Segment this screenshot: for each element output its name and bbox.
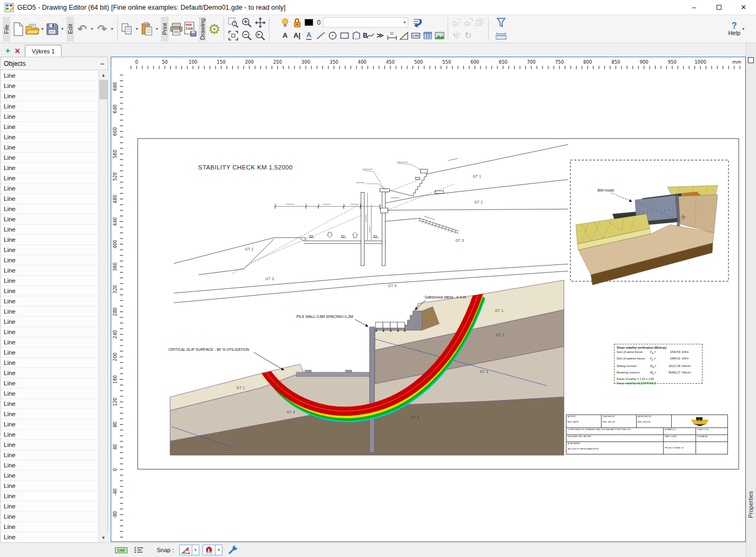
list-item[interactable]: Line [1,286,99,296]
magnet-snap-button[interactable] [202,545,215,555]
list-item[interactable]: Line [1,163,99,173]
copy-objects-button[interactable] [450,17,462,29]
list-item[interactable]: Line [1,245,99,255]
list-item[interactable]: Line [1,153,99,163]
list-item[interactable]: Line [1,214,99,225]
list-item[interactable]: Line [1,491,99,501]
help-dropdown[interactable]: ▾ [740,26,746,31]
list-item[interactable]: Line [1,184,99,194]
move-objects-button[interactable] [462,17,474,29]
spline-tool-button[interactable]: B [362,30,374,42]
list-item[interactable]: Line [1,368,99,378]
circle-tool-button[interactable] [327,30,339,42]
dimension-tool-button[interactable]: 11 [386,30,398,42]
lock-button[interactable] [291,17,303,29]
list-item[interactable]: Line [1,122,99,132]
list-item[interactable]: Line [1,276,99,286]
zoom-selection-button[interactable] [226,17,240,29]
text-tool-button[interactable]: A [279,30,291,42]
angle-tool-button[interactable] [398,30,410,42]
style-combobox[interactable]: ▾ [323,17,408,28]
list-item[interactable]: Line [1,440,99,450]
rectangle-tool-button[interactable] [339,30,350,42]
list-item[interactable]: Line [1,81,99,91]
multiline-tool-button[interactable]: ≫ [374,30,386,42]
minimize-button[interactable]: – [681,0,706,15]
print-button[interactable] [170,17,184,41]
zoom-in-button[interactable] [240,17,253,29]
panel-toggle-icon[interactable] [748,57,754,63]
layers-icon[interactable] [134,546,144,554]
copy-dropdown[interactable]: ▾ [134,26,140,31]
text-edit-tool-button[interactable]: A| [291,30,303,42]
list-item[interactable]: Line [1,91,99,101]
list-item[interactable]: Line [1,430,99,440]
paste-dropdown[interactable]: ▾ [154,26,160,31]
scroll-down-button[interactable]: ▼ [99,533,108,542]
list-item[interactable]: Line [1,307,99,317]
snap-mode-button[interactable] [179,545,192,555]
list-item[interactable]: Line [1,101,99,112]
zoom-out-button[interactable] [240,30,253,42]
list-item[interactable]: Line [1,266,99,276]
add-sheet-button[interactable]: + [5,46,10,55]
objects-scrollbar[interactable]: ▲ ▼ [98,71,107,542]
list-item[interactable]: Line [1,142,99,153]
list-item[interactable]: Line [1,194,99,204]
list-item[interactable]: Line [1,327,99,337]
list-item[interactable]: Line [1,399,99,409]
list-item[interactable]: Line [1,317,99,327]
close-button[interactable]: ✕ [731,0,756,15]
list-item[interactable]: Line [1,389,99,399]
open-file-button[interactable] [25,17,39,41]
redo-button[interactable]: ↷ [95,17,109,41]
list-item[interactable]: Line [1,296,99,307]
list-item[interactable]: Line [1,532,99,542]
snap-mode-dropdown[interactable]: ▾ [192,545,199,555]
list-item[interactable]: Line [1,173,99,184]
list-item[interactable]: Line [1,71,99,81]
style-combo-dropdown[interactable]: ▾ [402,20,408,25]
line-tool-button[interactable] [315,30,327,42]
list-item[interactable]: Line [1,501,99,512]
list-item[interactable]: Line [1,255,99,266]
zoom-extents-button[interactable] [226,30,240,42]
save-button[interactable] [45,17,59,41]
magnet-snap-dropdown[interactable]: ▾ [215,545,222,555]
help-button[interactable]: ? Help [728,22,740,36]
tools-wrench-icon[interactable] [228,545,239,555]
visibility-button[interactable] [279,17,291,29]
tab-vykres-1[interactable]: Výkres 1 [25,45,62,57]
list-item[interactable]: Line [1,337,99,348]
list-item[interactable]: Line [1,132,99,142]
list-item[interactable]: Line [1,358,99,368]
cad-import-button[interactable]: CAD [410,30,422,42]
array-objects-button[interactable] [474,17,486,29]
list-item[interactable]: Line [1,348,99,358]
polygon-tool-button[interactable] [350,30,362,42]
scroll-up-button[interactable]: ▲ [99,71,108,79]
drawing-canvas[interactable]: 0501001502002503003504004505005506006507… [111,57,746,542]
redo-dropdown[interactable]: ▾ [109,26,115,31]
scrollbar-thumb[interactable] [99,80,107,99]
undo-button[interactable]: ↶ [75,17,89,41]
open-dropdown[interactable]: ▾ [39,26,45,31]
list-item[interactable]: Line [1,460,99,471]
cad-status-icon[interactable]: CAD [115,547,127,553]
table-tool-button[interactable] [422,30,434,42]
settings-button[interactable]: ⚙ [207,17,221,41]
list-item[interactable]: Line [1,409,99,419]
list-item[interactable]: Line [1,522,99,532]
zoom-previous-button[interactable] [253,30,267,42]
close-sheet-button[interactable]: ✕ [15,47,21,55]
measure-button[interactable] [495,30,507,42]
list-item[interactable]: Line [1,204,99,214]
list-item[interactable]: Line [1,378,99,389]
copy-button[interactable] [120,17,134,41]
properties-tab[interactable]: Properties [747,491,754,518]
new-file-button[interactable] [11,17,25,41]
rotate-button[interactable]: ↻ [462,30,474,42]
apply-style-button[interactable] [411,17,423,29]
list-item[interactable]: Line [1,450,99,460]
color-swatch[interactable] [303,17,315,29]
